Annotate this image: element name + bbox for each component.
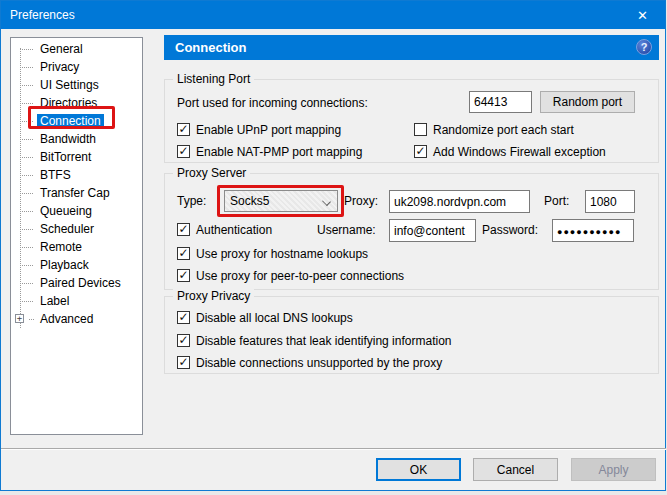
preferences-window: Preferences ✕ General Privacy UI Setting…: [0, 0, 666, 491]
password-input[interactable]: [552, 219, 634, 242]
sidebar-item-remote[interactable]: Remote: [11, 238, 142, 256]
sidebar-item-label: Remote: [37, 240, 85, 255]
sidebar-item-privacy[interactable]: Privacy: [11, 58, 142, 76]
sidebar-item-label: Scheduler: [37, 222, 97, 237]
sidebar-item-label: Queueing: [37, 204, 95, 219]
checkbox-label: Use proxy for hostname lookups: [196, 247, 368, 261]
proxy-type-label: Type:: [177, 194, 206, 208]
cancel-button[interactable]: Cancel: [473, 458, 558, 481]
sidebar-item-label-selected: Connection: [37, 114, 104, 129]
sidebar-item-label: Directories: [37, 96, 100, 111]
sidebar-item-connection[interactable]: Connection: [11, 112, 142, 130]
page-title: Connection: [164, 40, 247, 55]
sidebar-item-transfer-cap[interactable]: Transfer Cap: [11, 184, 142, 202]
checkbox-label: Randomize port each start: [433, 123, 574, 137]
checkbox-enable-natpmp[interactable]: ✓ Enable NAT-PMP port mapping: [177, 144, 362, 159]
checkbox-box: [414, 123, 427, 136]
checkbox-randomize-port[interactable]: Randomize port each start: [414, 122, 574, 137]
sidebar-item-label: Bandwidth: [37, 132, 99, 147]
sidebar-item-label: General: [37, 42, 86, 57]
checkbox-label: Enable UPnP port mapping: [196, 123, 341, 137]
page-header: Connection ?: [164, 35, 659, 60]
sidebar-item-directories[interactable]: Directories: [11, 94, 142, 112]
checkbox-label: Authentication: [196, 223, 272, 237]
sidebar-item-queueing[interactable]: Queueing: [11, 202, 142, 220]
sidebar-item-scheduler[interactable]: Scheduler: [11, 220, 142, 238]
proxy-host-label: Proxy:: [344, 194, 378, 208]
sidebar-item-label: Privacy: [37, 60, 82, 75]
checkbox-box: ✓: [414, 145, 427, 158]
checkbox-box: ✓: [177, 269, 190, 282]
checkbox-windows-firewall[interactable]: ✓ Add Windows Firewall exception: [414, 144, 606, 159]
sidebar-item-label: UI Settings: [37, 78, 102, 93]
username-input[interactable]: [389, 219, 476, 242]
help-icon[interactable]: ?: [636, 39, 652, 55]
sidebar-item-label: BitTorrent: [37, 150, 94, 165]
sidebar-item-label: Paired Devices: [37, 276, 124, 291]
checkbox-proxy-hostname-lookups[interactable]: ✓ Use proxy for hostname lookups: [177, 246, 368, 261]
sidebar-item-ui-settings[interactable]: UI Settings: [11, 76, 142, 94]
checkbox-disable-dns-lookups[interactable]: ✓ Disable all local DNS lookups: [177, 310, 353, 325]
proxy-host-input[interactable]: [389, 190, 530, 213]
expand-plus-icon[interactable]: +: [15, 314, 24, 323]
group-proxy-privacy: Proxy Privacy ✓ Disable all local DNS lo…: [164, 296, 659, 374]
proxy-type-value: Socks5: [230, 194, 269, 208]
checkbox-label: Disable features that leak identifying i…: [196, 334, 451, 348]
checkbox-disable-leaky-features[interactable]: ✓ Disable features that leak identifying…: [177, 333, 451, 348]
group-proxy-server: Proxy Server Type: Socks5 Proxy: Port: ✓…: [164, 173, 659, 290]
ok-button[interactable]: OK: [376, 458, 461, 481]
group-title: Listening Port: [173, 72, 254, 86]
ok-button-label: OK: [410, 463, 427, 477]
random-port-button-label: Random port: [553, 95, 622, 109]
apply-button[interactable]: Apply: [571, 458, 656, 481]
sidebar-item-general[interactable]: General: [11, 40, 142, 58]
sidebar-item-advanced[interactable]: + Advanced: [11, 310, 142, 328]
sidebar-item-label: Label: [37, 294, 72, 309]
password-label: Password:: [482, 223, 538, 237]
checkbox-label: Disable all local DNS lookups: [196, 311, 353, 325]
checkbox-disable-unsupported-connections[interactable]: ✓ Disable connections unsupported by the…: [177, 355, 442, 370]
sidebar-item-label: Advanced: [37, 312, 96, 327]
incoming-port-input[interactable]: [469, 91, 532, 113]
help-glyph: ?: [641, 41, 648, 53]
proxy-type-dropdown[interactable]: Socks5: [224, 190, 338, 212]
checkbox-label: Enable NAT-PMP port mapping: [196, 145, 362, 159]
sidebar-item-label[interactable]: Label: [11, 292, 142, 310]
sidebar-item-btfs[interactable]: BTFS: [11, 166, 142, 184]
checkbox-authentication[interactable]: ✓ Authentication: [177, 222, 272, 237]
group-title: Proxy Privacy: [173, 289, 254, 303]
checkbox-box: ✓: [177, 311, 190, 324]
group-title: Proxy Server: [173, 166, 250, 180]
checkbox-box: ✓: [177, 223, 190, 236]
close-glyph: ✕: [637, 8, 648, 23]
checkbox-proxy-p2p-connections[interactable]: ✓ Use proxy for peer-to-peer connections: [177, 268, 404, 283]
sidebar-item-playback[interactable]: Playback: [11, 256, 142, 274]
sidebar-tree: General Privacy UI Settings Directories …: [10, 37, 143, 435]
close-icon[interactable]: ✕: [620, 1, 665, 29]
sidebar-item-bandwidth[interactable]: Bandwidth: [11, 130, 142, 148]
apply-button-label: Apply: [598, 463, 628, 477]
footer-divider: [1, 448, 666, 450]
sidebar-item-label: BTFS: [37, 168, 74, 183]
chevron-down-icon: [322, 197, 331, 206]
checkbox-box: ✓: [177, 123, 190, 136]
sidebar-item-paired-devices[interactable]: Paired Devices: [11, 274, 142, 292]
sidebar-item-label: Playback: [37, 258, 92, 273]
checkbox-label: Disable connections unsupported by the p…: [196, 356, 442, 370]
group-listening-port: Listening Port Port used for incoming co…: [164, 79, 659, 163]
username-label: Username:: [317, 223, 376, 237]
proxy-port-input[interactable]: [585, 190, 635, 213]
checkbox-box: ✓: [177, 247, 190, 260]
proxy-port-label: Port:: [544, 194, 569, 208]
checkbox-enable-upnp[interactable]: ✓ Enable UPnP port mapping: [177, 122, 341, 137]
checkbox-label: Add Windows Firewall exception: [433, 145, 606, 159]
cancel-button-label: Cancel: [497, 463, 534, 477]
checkbox-box: ✓: [177, 334, 190, 347]
random-port-button[interactable]: Random port: [540, 91, 635, 113]
checkbox-box: ✓: [177, 356, 190, 369]
sidebar-item-bittorrent[interactable]: BitTorrent: [11, 148, 142, 166]
sidebar-item-label: Transfer Cap: [37, 186, 113, 201]
checkbox-box: ✓: [177, 145, 190, 158]
title-bar: Preferences ✕: [1, 1, 665, 29]
port-label: Port used for incoming connections:: [177, 96, 368, 110]
